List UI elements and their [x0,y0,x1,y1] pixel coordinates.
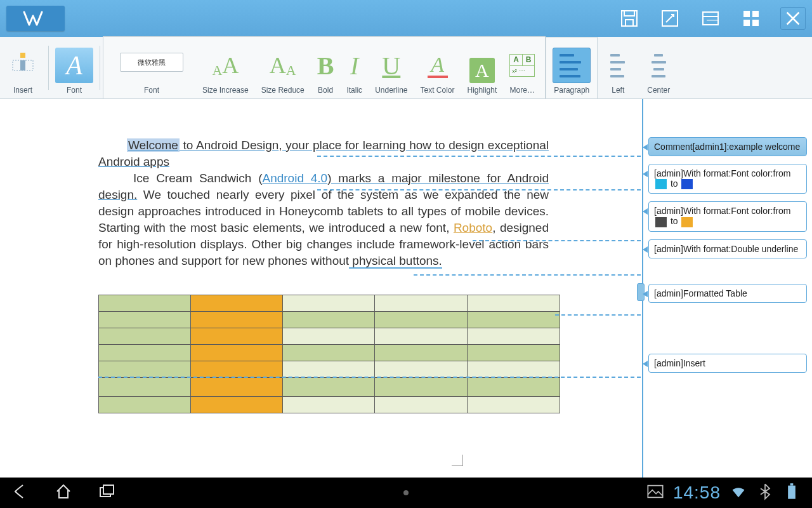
table-row [99,345,560,361]
comment-item[interactable]: [admin]With format:Font color:from to [648,201,807,231]
bluetooth-icon [756,483,774,503]
size-increase-button[interactable]: AA Size Increase [196,37,255,97]
comment-connector [473,240,641,241]
table-row [99,361,560,378]
list-icon[interactable] [699,7,722,30]
ribbon: Insert A Font 微软雅黑 Font AA Size Increase… [0,37,812,99]
table-row [99,312,560,328]
comment-text: Comment[admin1]:example welcome [654,142,800,152]
svg-rect-1 [624,11,634,16]
table-row [99,397,560,413]
insert-icon [4,48,42,83]
svg-rect-10 [752,20,759,26]
comment-text: [admin]With format:Double underline [654,244,798,254]
svg-rect-4 [703,12,718,25]
close-icon[interactable] [780,7,806,30]
size-reduce-label: Size Reduce [261,86,304,95]
align-center-label: Center [647,86,670,95]
italic-button[interactable]: I Italic [340,37,369,97]
svg-rect-20 [790,483,794,486]
comment-connector [317,156,641,157]
text-welcome: Welcome [127,138,180,152]
text-physical-buttons: physical buttons. [349,254,442,269]
comment-item[interactable]: [admin]Insert [648,354,807,373]
home-icon[interactable] [55,483,72,503]
font-tab-icon: A [55,48,93,83]
comment-item[interactable]: [admin]With format:Font color:from to [648,164,807,194]
document-table[interactable] [98,295,560,413]
svg-rect-17 [103,485,114,494]
comment-item[interactable]: [admin]With format:Double underline [648,239,807,258]
svg-rect-14 [20,60,25,70]
underline-button[interactable]: U Underline [369,37,414,97]
text-roboto: Roboto [454,221,492,234]
align-left-label: Left [612,86,624,95]
bold-label: Bold [318,86,333,95]
insert-label: Insert [13,86,32,95]
android-navbar: 14:58 [0,478,812,508]
table-row [99,328,560,345]
svg-rect-7 [743,11,750,17]
italic-label: Italic [346,86,362,95]
svg-rect-19 [788,486,796,499]
edit-icon[interactable] [658,7,681,30]
ribbon-separator [48,46,49,90]
size-increase-label: Size Increase [202,86,249,95]
bold-button[interactable]: B Bold [311,37,341,97]
highlight-label: Highlight [468,86,497,95]
battery-icon [783,483,801,503]
page-corner-mark [452,455,463,466]
font-section: 微软雅黑 Font AA Size Increase AA Size Reduc… [103,36,546,98]
app-menu-button[interactable] [6,6,65,31]
save-icon[interactable] [618,7,641,30]
more-label: More… [510,86,535,95]
comment-item[interactable]: [admin]Formatted Table [648,284,807,303]
status-clock[interactable]: 14:58 [673,483,721,503]
comment-connector [317,189,641,190]
grid-icon[interactable] [740,7,763,30]
paragraph-tab[interactable]: Paragraph [546,37,597,97]
comment-text: [admin]Insert [654,358,705,368]
ribbon-separator [100,46,100,90]
color-chip-from [655,217,667,227]
paragraph-label: Paragraph [554,86,589,95]
font-family-button[interactable]: 微软雅黑 Font [107,37,196,97]
align-left-button[interactable]: Left [598,37,638,97]
comments-panel: Comment[admin1]:example welcome [admin]W… [642,99,812,478]
comment-connector [555,314,641,316]
size-reduce-button[interactable]: AA Size Reduce [255,37,311,97]
back-icon[interactable] [11,483,29,503]
text-color-label: Text Color [421,86,455,95]
titlebar [0,0,812,37]
recent-apps-icon[interactable] [98,483,115,503]
font-section-label: Font [144,86,159,95]
align-center-button[interactable]: Center [638,37,679,97]
text-color-button[interactable]: A Text Color [414,37,461,97]
comment-connector [414,274,641,276]
document-text: Welcome to Android Design, your place fo… [98,137,549,269]
highlight-button[interactable]: A Highlight [461,37,504,97]
color-chip-to [681,217,693,227]
comment-text: [admin]With format:Font color:from [654,168,791,178]
comment-item[interactable]: Comment[admin1]:example welcome [648,137,807,156]
table-row [99,378,560,397]
nav-center-dot [403,490,409,495]
svg-rect-9 [743,20,750,26]
picture-icon[interactable] [646,483,664,503]
svg-rect-2 [625,20,633,26]
font-family-value: 微软雅黑 [120,53,183,72]
color-chip-from [655,179,667,189]
comment-connector [98,377,641,378]
insert-tab[interactable]: Insert [0,36,46,97]
svg-rect-8 [752,11,759,17]
text-android-design: Android Design [196,138,278,152]
table-row [99,295,560,312]
link-android-40[interactable]: Android 4.0 [262,171,327,185]
underline-label: Underline [375,86,407,95]
comment-text: [admin]With format:Font color:from [654,206,791,216]
color-chip-to [681,179,693,189]
font-tab[interactable]: A Font [51,36,97,97]
wifi-icon [730,483,747,503]
comment-text: [admin]Formatted Table [654,288,747,298]
more-button[interactable]: ABx²⋯ More… [503,37,541,97]
